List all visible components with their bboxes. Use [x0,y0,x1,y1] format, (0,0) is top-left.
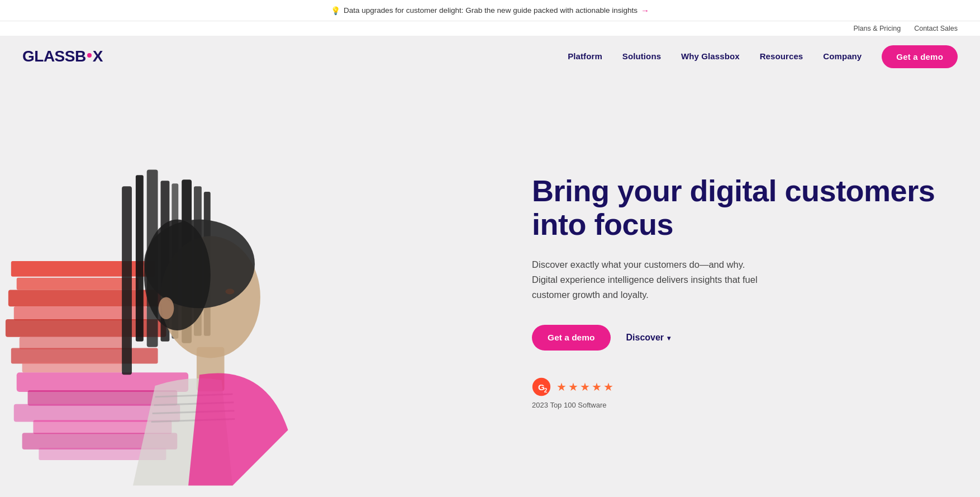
star-1: ★ [556,380,567,394]
svg-rect-4 [6,319,166,337]
svg-rect-10 [14,404,180,422]
svg-rect-1 [17,278,139,290]
company-link[interactable]: Company [823,51,862,61]
plans-pricing-link[interactable]: Plans & Pricing [853,25,901,32]
svg-rect-6 [11,348,158,364]
svg-rect-23 [197,347,225,391]
nav-get-demo-button[interactable]: Get a demo [882,45,958,68]
svg-rect-5 [20,337,130,349]
hero-get-demo-button[interactable]: Get a demo [532,325,610,351]
svg-point-26 [225,289,234,295]
platform-link[interactable]: Platform [568,51,602,61]
svg-rect-21 [204,192,211,336]
svg-rect-11 [33,420,172,434]
solutions-link[interactable]: Solutions [622,51,661,61]
svg-rect-18 [172,183,178,339]
nav-item-resources[interactable]: Resources [760,51,803,61]
nav-item-why-glassbox[interactable]: Why Glassbox [681,51,740,61]
hero-buttons: Get a demo Discover ▾ [532,325,935,351]
svg-rect-15 [136,175,144,341]
svg-rect-19 [182,179,192,343]
svg-rect-8 [17,372,188,392]
banner-arrow[interactable]: → [641,6,649,15]
star-rating: ★ ★ ★ ★ ★ [556,380,613,394]
svg-point-24 [144,220,255,309]
g2-rating-row: G 2 ★ ★ ★ ★ ★ [532,377,935,396]
svg-line-31 [151,419,235,422]
svg-rect-20 [194,186,202,336]
main-navbar: GLASSBX Platform Solutions Why Glassbox … [0,36,980,77]
logo-dot [87,53,92,58]
svg-rect-14 [122,186,132,375]
hero-image-area [0,77,510,497]
star-3: ★ [580,380,590,394]
svg-rect-0 [11,261,155,277]
svg-line-30 [153,411,235,414]
nav-links: Platform Solutions Why Glassbox Resource… [568,51,862,61]
svg-point-27 [159,297,174,319]
svg-text:2: 2 [544,387,548,394]
site-logo[interactable]: GLASSBX [22,48,103,65]
star-5: ★ [603,380,613,394]
svg-point-22 [161,236,260,358]
chevron-down-icon: ▾ [667,334,670,342]
banner-text: Data upgrades for customer delight: Grab… [344,6,638,15]
bulb-icon: 💡 [331,6,340,15]
hero-title: Bring your digital customers into focus [532,174,935,242]
svg-rect-3 [14,306,147,320]
why-glassbox-link[interactable]: Why Glassbox [681,51,740,61]
g2-badge: G 2 ★ ★ ★ ★ ★ 2023 Top 100 Software [532,377,935,409]
nav-item-company[interactable]: Company [823,51,862,61]
svg-rect-2 [8,290,164,307]
g2-label: 2023 Top 100 Software [532,401,935,409]
nav-item-solutions[interactable]: Solutions [622,51,661,61]
svg-rect-16 [147,169,158,347]
g2-logo-svg: G 2 [532,377,551,396]
hero-content: Bring your digital customers into focus … [510,77,980,497]
star-4: ★ [592,380,602,394]
resources-link[interactable]: Resources [760,51,803,61]
svg-rect-9 [28,390,178,406]
svg-rect-7 [22,362,122,372]
contact-sales-link[interactable]: Contact Sales [914,25,958,32]
g2-logo: G 2 [532,377,551,396]
svg-line-28 [155,394,233,397]
svg-rect-13 [39,448,166,460]
top-banner: 💡 Data upgrades for customer delight: Gr… [0,0,980,21]
brush-art-svg [0,77,510,497]
star-2: ★ [568,380,578,394]
nav-item-platform[interactable]: Platform [568,51,602,61]
svg-line-29 [154,403,234,405]
svg-rect-12 [22,433,178,449]
secondary-nav: Plans & Pricing Contact Sales [0,21,980,36]
hero-discover-button[interactable]: Discover ▾ [626,333,671,343]
svg-point-25 [144,220,211,330]
discover-label: Discover [626,333,664,343]
hero-section: Bring your digital customers into focus … [0,77,980,497]
hero-description: Discover exactly what your customers do—… [532,257,772,303]
svg-rect-17 [161,181,170,342]
